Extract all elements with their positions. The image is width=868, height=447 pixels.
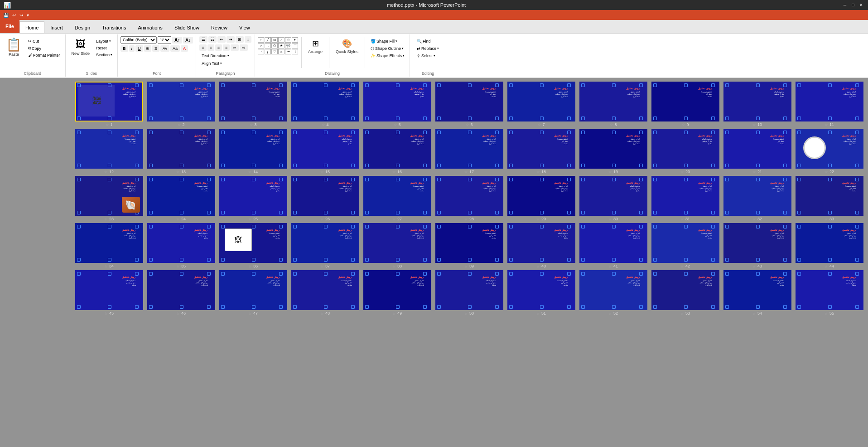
close-button[interactable]: ✕ (858, 2, 864, 8)
slide-item[interactable]: روش تحقیقتحقیق چیست؟فصل اولمقدمه☆51 (506, 270, 576, 316)
tab-insert[interactable]: Insert (44, 21, 69, 33)
slide-item[interactable]: روش تحقیقمحتوای اسلایدمتن آزمایشیمحتوا☆4… (506, 223, 576, 268)
align-text-button[interactable]: Align Text ▾ (199, 60, 224, 67)
justify-button[interactable]: ≡ (223, 44, 230, 51)
slide-thumbnail[interactable]: روش تحقیقاجرای تحقیقروش‌های مختلفنتیجه‌گ… (363, 223, 431, 263)
slide-item[interactable]: روش تحقیقاجرای تحقیقروش‌های مختلفنتیجه‌گ… (722, 176, 792, 221)
slide-thumbnail[interactable]: روش تحقیقاجرای تحقیقروش‌های مختلفنتیجه‌گ… (75, 223, 143, 263)
bold-button[interactable]: B (121, 45, 128, 52)
slide-thumbnail[interactable]: روش تحقیقمحتوای اسلایدمتن آزمایشیمحتوا (219, 176, 287, 216)
underline-button[interactable]: U (135, 45, 143, 52)
bullets-button[interactable]: ☰ (199, 36, 207, 43)
columns-button[interactable]: ⊞ (236, 36, 244, 43)
slide-item[interactable]: روش تحقیقتحقیق چیست؟فصل اولمقدمه☆39 (434, 223, 504, 268)
shape-line[interactable]: ╱ (265, 37, 271, 43)
slide-thumbnail[interactable]: روش تحقیقاجرای تحقیقروش‌های مختلفنتیجه‌گ… (579, 82, 647, 121)
slide-thumbnail[interactable]: روش تحقیقاجرای تحقیقروش‌های مختلفنتیجه‌گ… (579, 129, 647, 169)
slide-item[interactable]: روش تحقیقمحتوای اسلایدمتن آزمایشیمحتوا☆3… (578, 176, 648, 221)
restore-button[interactable]: □ (850, 2, 856, 8)
slide-item[interactable]: روش تحقیقتحقیق چیست؟فصل اولمقدمه☆42 (650, 223, 720, 268)
slide-item[interactable]: روش تحقیقاجرای تحقیقروش‌های مختلفنتیجه‌گ… (722, 223, 792, 268)
minimize-button[interactable]: ─ (842, 2, 848, 8)
slide-thumbnail[interactable]: روش تحقیقتحقیق چیست؟فصل اولمقدمه (291, 270, 359, 310)
align-left-button[interactable]: ≡ (199, 44, 206, 51)
tab-view[interactable]: View (233, 21, 256, 33)
slide-item[interactable]: روش تحقیقاجرای تحقیقروش‌های مختلفنتیجه‌گ… (362, 270, 432, 316)
slide-thumbnail[interactable]: روش تحقیقتحقیق چیست؟فصل اولمقدمه (75, 129, 143, 169)
slide-thumbnail[interactable]: روش تحقیقاجرای تحقیقروش‌های مختلفنتیجه‌گ… (291, 176, 359, 216)
slide-thumbnail[interactable]: روش تحقیقتحقیق چیست؟فصل اولمقدمه (507, 270, 575, 310)
copy-button[interactable]: ⧉ Copy (26, 45, 63, 52)
slide-thumbnail[interactable]: روش تحقیقاجرای تحقیقروش‌های مختلفنتیجه‌گ… (147, 82, 215, 121)
slide-item[interactable]: روش تحقیقاجرای تحقیقروش‌های مختلفنتیجه‌گ… (434, 129, 504, 174)
slide-thumbnail[interactable]: روش تحقیقاجرای تحقیقروش‌های مختلفنتیجه‌گ… (796, 129, 863, 169)
save-button[interactable]: 💾 (2, 12, 10, 18)
shape-smiley[interactable]: ☺ (278, 49, 285, 54)
section-button[interactable]: Section ▾ (94, 52, 115, 58)
slide-item[interactable]: روش تحقیقتحقیق چیست؟فصل اولمقدمه☆33 (794, 176, 864, 221)
slide-thumbnail[interactable]: روش تحقیقتحقیق چیست؟فصل اولمقدمه (507, 129, 575, 169)
quick-styles-button[interactable]: 🎨 Quick Styles (333, 36, 362, 56)
tab-slideshow[interactable]: Slide Show (169, 21, 205, 33)
slide-item[interactable]: روش تحقیقاجرای تحقیقروش‌های مختلفنتیجه‌گ… (794, 82, 864, 127)
slide-thumbnail[interactable]: روش تحقیقاجرای تحقیقروش‌های مختلفنتیجه‌گ… (219, 129, 287, 169)
slide-thumbnail[interactable]: 🕸روش تحقیقتحقیق چیست؟فصل اولمقدمه (219, 223, 287, 263)
slide-item[interactable]: روش تحقیقتحقیق چیست؟فصل اولمقدمه☆12 (74, 129, 144, 174)
shape-pentagon[interactable]: ⬠ (271, 43, 278, 49)
slide-thumbnail[interactable]: روش تحقیقاجرای تحقیقروش‌های مختلفنتیجه‌گ… (291, 223, 359, 263)
slide-item[interactable]: روش تحقیقاجرای تحقیقروش‌های مختلفنتیجه‌گ… (290, 82, 360, 127)
slide-thumbnail[interactable]: روش تحقیقمحتوای اسلایدمتن آزمایشیمحتوا (363, 82, 431, 121)
font-family-select[interactable]: Calibri (Body) (121, 36, 157, 44)
paste-button[interactable]: 📋 Paste (3, 36, 25, 59)
format-painter-button[interactable]: 🖌 Format Painter (26, 52, 63, 58)
slide-item[interactable]: روش تحقیقمحتوای اسلایدمتن آزمایشیمحتوا☆3… (146, 223, 216, 268)
shape-heart[interactable]: ♡ (271, 49, 278, 54)
slide-thumbnail[interactable]: روش تحقیقاجرای تحقیقروش‌های مختلفنتیجه‌گ… (147, 129, 215, 169)
tab-animations[interactable]: Animations (132, 21, 168, 33)
shape-arc[interactable]: ⌒ (292, 43, 298, 49)
italic-button[interactable]: I (129, 45, 135, 52)
slide-thumbnail[interactable]: روش تحقیقاجرای تحقیقروش‌های مختلفنتیجه‌گ… (723, 176, 791, 216)
shape-rect[interactable]: □ (258, 37, 264, 43)
cut-button[interactable]: ✂ Cut (26, 38, 63, 44)
slide-item[interactable]: روش تحقیقاجرای تحقیقروش‌های مختلفنتیجه‌گ… (74, 223, 144, 268)
slide-item[interactable]: روش تحقیقمحتوای اسلایدمتن آزمایشیمحتوا☆4… (74, 270, 144, 316)
slide-thumbnail[interactable]: روش تحقیقتحقیق چیست؟فصل اولمقدمه (651, 223, 719, 263)
slide-thumbnail[interactable]: روش تحقیقاجرای تحقیقروش‌های مختلفنتیجه‌گ… (291, 82, 359, 121)
slide-item[interactable]: روش تحقیقاجرای تحقیقروش‌های مختلفنتیجه‌گ… (362, 129, 432, 174)
text-direction-button[interactable]: Text Direction ▾ (199, 53, 231, 59)
find-button[interactable]: 🔍 Find (415, 38, 433, 44)
tab-design[interactable]: Design (69, 21, 96, 33)
slide-thumbnail[interactable]: روش تحقیقتحقیق چیست؟فصل اولمقدمه (435, 82, 503, 121)
strikethrough-button[interactable]: S (144, 45, 151, 52)
align-center-button[interactable]: ≡ (207, 44, 214, 51)
layout-button[interactable]: Layout ▾ (94, 38, 115, 44)
slide-item[interactable]: روش تحقیقاجرای تحقیقروش‌های مختلفنتیجه‌گ… (146, 270, 216, 316)
slide-item[interactable]: روش تحقیقمحتوای اسلایدمتن آزمایشیمحتوا☆5… (794, 270, 864, 316)
slide-item[interactable]: 🐚روش تحقیقاجرای تحقیقروش‌های مختلفنتیجه‌… (74, 176, 144, 221)
slide-thumbnail[interactable]: روش تحقیقاجرای تحقیقروش‌های مختلفنتیجه‌گ… (435, 176, 503, 216)
increase-indent-button[interactable]: ⇥ (227, 36, 235, 43)
slide-item[interactable]: روش تحقیقاجرای تحقیقروش‌های مختلفنتیجه‌گ… (650, 176, 720, 221)
slide-item[interactable]: روش تحقیقتحقیق چیست؟فصل اولمقدمه☆24 (146, 176, 216, 221)
slide-thumbnail[interactable]: روش تحقیقتحقیق چیست؟فصل اولمقدمه (723, 270, 791, 310)
slide-thumbnail[interactable]: روش تحقیقاجرای تحقیقروش‌های مختلفنتیجه‌گ… (723, 223, 791, 263)
slide-item[interactable]: روش تحقیقتحقیق چیست؟فصل اولمقدمه☆54 (722, 270, 792, 316)
slide-item[interactable]: روش تحقیقتحقیق چیست؟فصل اولمقدمه☆6 (434, 82, 504, 127)
slide-item[interactable]: روش تحقیقاجرای تحقیقروش‌های مختلفنتیجه‌گ… (650, 270, 720, 316)
slide-item[interactable]: روش تحقیقمحتوای اسلایدمتن آزمایشیمحتوا☆5 (362, 82, 432, 127)
slide-thumbnail[interactable]: روش تحقیقتحقیق چیست؟فصل اولمقدمه (723, 129, 791, 169)
slide-thumbnail[interactable]: روش تحقیقاجرای تحقیقروش‌های مختلفنتیجه‌گ… (579, 223, 647, 263)
shape-star[interactable]: ★ (278, 43, 285, 49)
decrease-font-size-button[interactable]: A↓ (183, 37, 193, 44)
slide-item[interactable]: روش تحقیقاجرای تحقیقروش‌های مختلفنتیجه‌گ… (794, 223, 864, 268)
rtl-button[interactable]: ⇦ (231, 44, 239, 51)
slide-thumbnail[interactable]: روش تحقیقاجرای تحقیقروش‌های مختلفنتیجه‌گ… (796, 82, 863, 121)
slide-thumbnail[interactable]: روش تحقیقاجرای تحقیقروش‌های مختلفنتیجه‌گ… (796, 223, 863, 263)
slide-thumbnail[interactable]: روش تحقیقاجرای تحقیقروش‌های مختلفنتیجه‌گ… (363, 129, 431, 169)
slide-item[interactable]: روش تحقیقاجرای تحقیقروش‌های مختلفنتیجه‌گ… (218, 270, 288, 316)
shape-callout[interactable]: 💬 (285, 43, 291, 49)
font-color-button[interactable]: A (181, 45, 188, 52)
shape-freeform[interactable]: 〈 (258, 49, 264, 54)
slide-thumbnail[interactable]: روش تحقیقمحتوای اسلایدمتن آزمایشیمحتوا (651, 129, 719, 169)
